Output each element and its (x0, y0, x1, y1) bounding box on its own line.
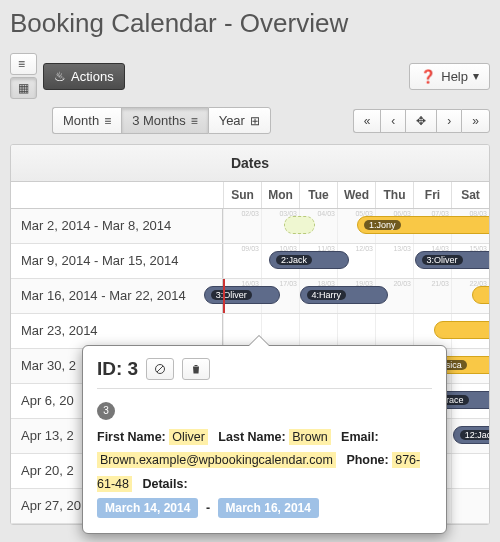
last-name-label: Last Name: (218, 430, 285, 444)
target-icon: ✥ (416, 115, 426, 127)
nav-next-button[interactable]: › (436, 109, 461, 133)
grid-cell[interactable]: 09/03 (223, 244, 261, 278)
booking-bar[interactable]: 4:Harry (300, 286, 388, 304)
nav-today-button[interactable]: ✥ (405, 109, 436, 133)
booking-bar[interactable]: 3:Oliver (204, 286, 281, 304)
cell-date: 04/03 (317, 210, 335, 217)
grid-icon: ⊞ (250, 115, 260, 127)
grid-cell[interactable] (337, 314, 375, 348)
booking-bar[interactable]: 2:Jack (269, 251, 349, 269)
day-col: Sun (223, 182, 261, 208)
grid-cell[interactable]: 02/03 (223, 209, 261, 243)
booking-bar[interactable] (434, 321, 490, 339)
fire-icon: ♨ (54, 69, 66, 84)
grid-cell[interactable]: 21/03 (413, 279, 451, 313)
email-value: Brown.example@wpbookingcalendar.com (97, 452, 336, 468)
nav-last-button[interactable]: » (461, 109, 490, 133)
day-col: Wed (337, 182, 375, 208)
booking-label: 3:Oliver (211, 290, 252, 300)
calendar-icon: ▦ (18, 82, 29, 94)
booking-bar[interactable]: 12:Jack (453, 426, 490, 444)
grid-row: Mar 16, 2014 - Mar 22, 201416/0317/0318/… (11, 279, 489, 314)
cell-date: 20/03 (393, 280, 411, 287)
day-col: Tue (299, 182, 337, 208)
help-icon: ❓ (420, 69, 436, 84)
booking-label: 2:Jack (276, 255, 312, 265)
grid-cell[interactable] (299, 314, 337, 348)
range-year-button[interactable]: Year ⊞ (208, 107, 271, 134)
list-icon: ≡ (191, 115, 198, 127)
list-icon: ≡ (104, 115, 111, 127)
dates-header: Dates (11, 145, 489, 182)
cell-date: 12/03 (355, 245, 373, 252)
popup-id: ID: 3 (97, 358, 138, 380)
list-icon: ≡ (18, 58, 25, 70)
booking-label: 1:Jony (364, 220, 401, 230)
last-name-value: Brown (289, 429, 330, 445)
date-from: March 14, 2014 (97, 498, 198, 518)
first-name-label: First Name: (97, 430, 166, 444)
nav-group: « ‹ ✥ › » (353, 109, 490, 133)
email-label: Email: (341, 430, 379, 444)
date-to: March 16, 2014 (218, 498, 319, 518)
popup-circle-number: 3 (97, 402, 115, 420)
first-name-value: Oliver (169, 429, 208, 445)
help-button[interactable]: ❓ Help ▾ (409, 63, 490, 90)
popup-delete-button[interactable] (182, 358, 210, 380)
grid-cell[interactable] (451, 489, 489, 523)
details-label: Details: (142, 477, 187, 491)
cell-date: 02/03 (241, 210, 259, 217)
range-3months-button[interactable]: 3 Months ≡ (121, 107, 208, 134)
row-label: Mar 23, 2014 (11, 314, 223, 348)
trash-icon (190, 363, 202, 375)
cell-date: 17/03 (279, 280, 297, 287)
booking-bar[interactable] (472, 286, 490, 304)
cell-date: 09/03 (241, 245, 259, 252)
date-sep: - (206, 501, 210, 515)
day-header-row: Sun Mon Tue Wed Thu Fri Sat (11, 182, 489, 209)
calendar-view-button[interactable]: ▦ (10, 77, 37, 99)
cell-date: 13/03 (393, 245, 411, 252)
double-right-icon: » (472, 115, 479, 127)
chevron-left-icon: ‹ (391, 115, 395, 127)
day-col: Fri (413, 182, 451, 208)
today-marker (223, 279, 225, 313)
day-col: Mon (261, 182, 299, 208)
row-label: Mar 9, 2014 - Mar 15, 2014 (11, 244, 223, 278)
range-3months-label: 3 Months (132, 113, 185, 128)
booking-popup: ID: 3 3 First Name: Oliver Last Name: Br… (82, 345, 447, 534)
grid-cell[interactable] (375, 314, 413, 348)
chevron-right-icon: › (447, 115, 451, 127)
popup-cancel-button[interactable] (146, 358, 174, 380)
booking-label: 4:Harry (307, 290, 347, 300)
booking-bar[interactable]: 1:Jony (357, 216, 490, 234)
range-year-label: Year (219, 113, 245, 128)
range-month-button[interactable]: Month ≡ (52, 107, 121, 134)
booking-label: 12:Jack (460, 430, 490, 440)
help-label: Help (441, 69, 468, 84)
phone-label: Phone: (346, 453, 388, 467)
row-label: Mar 2, 2014 - Mar 8, 2014 (11, 209, 223, 243)
nav-first-button[interactable]: « (353, 109, 381, 133)
actions-label: Actions (71, 69, 114, 84)
view-toggle-group: ≡ ▦ (10, 53, 37, 99)
range-month-label: Month (63, 113, 99, 128)
svg-line-1 (157, 366, 163, 372)
cell-date: 21/03 (431, 280, 449, 287)
caret-down-icon: ▾ (473, 70, 479, 82)
booking-bar[interactable]: 3:Oliver (415, 251, 491, 269)
grid-row: Mar 9, 2014 - Mar 15, 201409/0310/0311/0… (11, 244, 489, 279)
actions-button[interactable]: ♨ Actions (43, 63, 125, 90)
booking-bar[interactable] (284, 216, 315, 234)
row-label: Mar 16, 2014 - Mar 22, 2014 (11, 279, 223, 313)
list-view-button[interactable]: ≡ (10, 53, 37, 75)
grid-row: Mar 2, 2014 - Mar 8, 201402/0303/0304/03… (11, 209, 489, 244)
range-group: Month ≡ 3 Months ≡ Year ⊞ (52, 107, 271, 134)
booking-label: 3:Oliver (422, 255, 463, 265)
day-col: Thu (375, 182, 413, 208)
grid-cell[interactable] (451, 454, 489, 488)
grid-cell[interactable]: 13/03 (375, 244, 413, 278)
double-left-icon: « (364, 115, 371, 127)
page-title: Booking Calendar - Overview (10, 8, 490, 39)
nav-prev-button[interactable]: ‹ (380, 109, 405, 133)
